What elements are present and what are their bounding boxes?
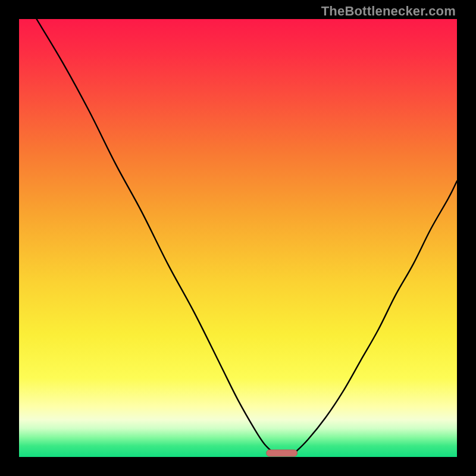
attribution-label: TheBottlenecker.com bbox=[321, 4, 456, 19]
gradient-background bbox=[19, 19, 457, 457]
chart-frame: TheBottlenecker.com bbox=[0, 0, 476, 476]
plot-svg bbox=[19, 19, 457, 457]
optimum-marker bbox=[267, 450, 298, 456]
plot-area bbox=[19, 19, 457, 457]
